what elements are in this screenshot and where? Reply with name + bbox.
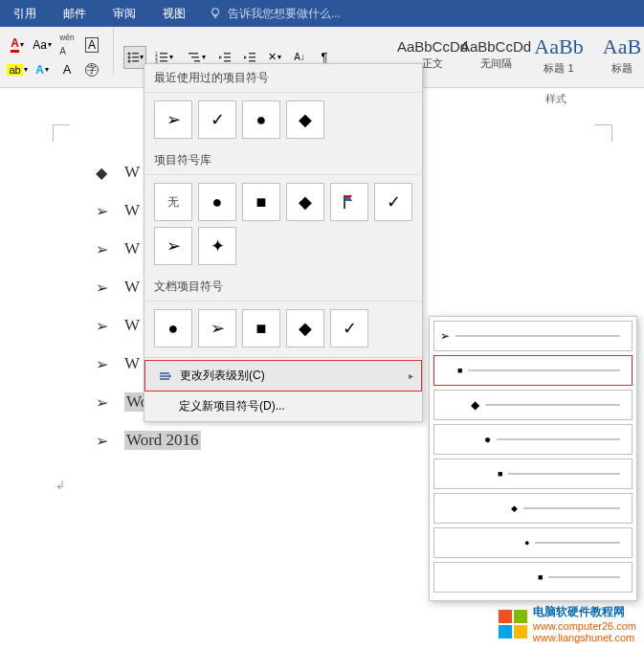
level-line (508, 473, 620, 475)
svg-rect-8 (160, 53, 167, 55)
tell-me-search[interactable]: 告诉我您想要做什么... (199, 6, 341, 22)
bullet-option[interactable]: ■ (242, 183, 280, 221)
tab-view[interactable]: 视图 (149, 0, 199, 27)
level-option[interactable]: ● (433, 424, 633, 455)
bullet-option-none[interactable]: 无 (154, 183, 192, 221)
outdent-icon (218, 51, 232, 64)
bullet-option[interactable]: ✓ (198, 101, 236, 139)
level-option[interactable]: ■ (433, 355, 633, 386)
svg-point-1 (128, 52, 131, 55)
section-title: 文档项目符号 (144, 273, 422, 302)
bullet-icon: ➢ (96, 317, 115, 335)
level-line (548, 576, 620, 578)
page-corner (595, 124, 612, 142)
bullet-option[interactable]: ● (242, 101, 280, 139)
bullet-icon: ● (484, 433, 491, 446)
style-nospacing[interactable]: AaBbCcDd无间隔 (465, 31, 526, 78)
svg-point-3 (128, 56, 131, 58)
watermark-text: 电脑软硬件教程网 (533, 604, 636, 620)
watermark: 电脑软硬件教程网 www.computer26.com www.liangshu… (499, 604, 636, 643)
bullet-option[interactable]: ✓ (330, 309, 368, 347)
styles-gallery: AaBbCcDd正文 AaBbCcDd无间隔 AaBb标题 1 AaB标题 (402, 31, 644, 78)
bullet-option[interactable]: ✓ (374, 183, 412, 221)
phonetic-guide-button[interactable]: wénA (56, 34, 78, 56)
enclose-char-button[interactable]: 字 (80, 58, 103, 81)
line-text: W (124, 316, 140, 335)
style-title[interactable]: AaB标题 (591, 31, 644, 78)
level-option[interactable]: ◆ (433, 493, 633, 524)
level-line (523, 507, 620, 509)
change-case-button[interactable]: Aa▾ (31, 34, 54, 56)
svg-rect-22 (344, 195, 345, 209)
lightbulb-icon (209, 7, 222, 20)
style-name: 标题 (611, 61, 633, 76)
watermark-url: www.liangshunet.com (533, 632, 636, 643)
highlight-button[interactable]: ab▾ (6, 58, 29, 81)
style-name: 标题 1 (544, 61, 573, 76)
bullet-option-flag[interactable] (330, 183, 368, 221)
style-heading1[interactable]: AaBb标题 1 (528, 31, 589, 78)
tab-review[interactable]: 审阅 (100, 0, 149, 27)
svg-rect-20 (249, 56, 255, 58)
svg-rect-12 (160, 60, 167, 62)
style-preview: AaBbCcDd (460, 38, 531, 55)
paragraph-mark: ↲ (56, 479, 65, 493)
level-option[interactable]: ● (433, 527, 633, 558)
svg-rect-18 (224, 60, 231, 62)
style-name: 无间隔 (480, 56, 512, 71)
font-color-button[interactable]: A▾ (6, 34, 29, 56)
bullet-icon: ➢ (96, 240, 115, 258)
font-grow-button[interactable]: A (56, 58, 78, 81)
svg-rect-10 (160, 56, 167, 58)
bullet-option[interactable]: ◆ (286, 309, 324, 347)
bullet-option[interactable]: ✦ (198, 227, 236, 265)
list-item[interactable]: ➢Word 2016 (53, 421, 201, 459)
style-preview: AaBb (534, 34, 583, 59)
recent-bullets: ➢ ✓ ● ◆ (144, 93, 422, 146)
svg-point-0 (212, 9, 219, 15)
section-title: 最近使用过的项目符号 (144, 64, 422, 93)
level-option[interactable]: ◆ (433, 390, 633, 420)
svg-rect-15 (194, 60, 200, 62)
style-name: 正文 (422, 56, 443, 71)
bullet-option[interactable]: ➢ (198, 309, 236, 347)
menu-label: 更改列表级别(C) (180, 368, 265, 384)
change-list-level-item[interactable]: 更改列表级别(C) (144, 360, 422, 392)
svg-rect-4 (132, 56, 139, 58)
library-bullets: 无 ● ■ ◆ ✓ ➢ ✦ (144, 175, 422, 273)
bullet-icon: ➢ (96, 393, 115, 412)
level-option[interactable]: ■ (433, 459, 633, 489)
logo-icon (499, 610, 527, 638)
tell-me-label: 告诉我您想要做什么... (228, 6, 341, 22)
bullet-option[interactable]: ➢ (154, 101, 192, 139)
bullets-icon (126, 51, 139, 64)
bullet-option[interactable]: ● (154, 309, 192, 347)
level-line (485, 404, 620, 406)
bullet-icon: ➢ (96, 202, 115, 220)
bullet-option[interactable]: ■ (242, 309, 280, 347)
divider (113, 27, 114, 75)
document-bullets: ● ➢ ■ ◆ ✓ (144, 302, 422, 355)
bullet-option[interactable]: ◆ (286, 183, 324, 221)
bullet-icon: ➢ (96, 355, 115, 373)
level-option[interactable]: ➢ (433, 321, 633, 351)
bullet-option[interactable]: ◆ (286, 101, 324, 139)
tab-mailings[interactable]: 邮件 (50, 0, 100, 27)
tab-references[interactable]: 引用 (0, 0, 50, 27)
svg-rect-13 (189, 53, 198, 55)
numbering-icon: 123 (155, 51, 168, 64)
text-effects-button[interactable]: A▾ (31, 58, 54, 81)
bullet-icon: ➢ (96, 279, 115, 297)
svg-point-5 (128, 59, 131, 62)
character-border-button[interactable]: A (80, 34, 103, 56)
define-new-bullet-item[interactable]: 定义新项目符号(D)... (144, 392, 422, 421)
line-text: W (124, 278, 140, 297)
bullet-icon: ◆ (511, 504, 518, 513)
bullet-option[interactable]: ● (198, 183, 236, 221)
bullet-option[interactable]: ➢ (154, 227, 192, 265)
bullet-icon: ■ (498, 469, 502, 479)
level-line (468, 369, 620, 371)
section-title: 项目符号库 (144, 146, 422, 175)
level-option[interactable]: ■ (433, 562, 633, 593)
line-text: W (124, 239, 140, 258)
